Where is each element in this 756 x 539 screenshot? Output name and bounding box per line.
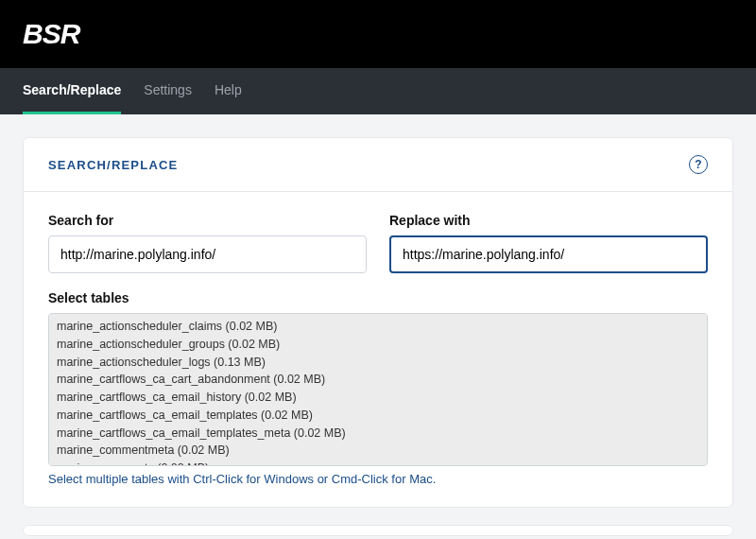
replace-label: Replace with [389,213,708,228]
logo: BSR [23,18,79,50]
search-replace-card: SEARCH/REPLACE ? Search for Replace with… [23,137,733,508]
navbar: Search/Replace Settings Help [0,68,756,114]
page-content: SEARCH/REPLACE ? Search for Replace with… [0,114,756,536]
table-option[interactable]: marine_cartflows_ca_email_templates_meta… [57,425,699,443]
tab-search-replace[interactable]: Search/Replace [23,68,121,114]
search-label: Search for [48,213,367,228]
select-tables-label: Select tables [48,290,708,305]
card-title: SEARCH/REPLACE [48,158,178,172]
table-option[interactable]: marine_comments (0.02 MB) [57,460,699,466]
tables-hint: Select multiple tables with Ctrl-Click f… [48,472,708,486]
table-option[interactable]: marine_commentmeta (0.02 MB) [57,442,699,460]
input-row: Search for Replace with [48,213,708,273]
table-option[interactable]: marine_cartflows_ca_email_templates (0.0… [57,407,699,425]
table-option[interactable]: marine_cartflows_ca_email_history (0.02 … [57,389,699,407]
replace-input[interactable] [389,235,708,273]
tables-select[interactable]: marine_actionscheduler_claims (0.02 MB)m… [48,313,708,466]
tab-settings[interactable]: Settings [144,68,192,114]
table-option[interactable]: marine_actionscheduler_logs (0.13 MB) [57,354,699,372]
replace-field-group: Replace with [389,213,708,273]
help-icon[interactable]: ? [689,155,708,174]
table-option[interactable]: marine_cartflows_ca_cart_abandonment (0.… [57,371,699,389]
card-header: SEARCH/REPLACE ? [24,138,732,192]
table-option[interactable]: marine_actionscheduler_claims (0.02 MB) [57,318,699,336]
next-card-peek [23,525,733,536]
card-body: Search for Replace with Select tables ma… [24,192,732,507]
search-field-group: Search for [48,213,367,273]
tab-help[interactable]: Help [215,68,242,114]
table-option[interactable]: marine_actionscheduler_groups (0.02 MB) [57,336,699,354]
app-header: BSR [0,0,756,68]
search-input[interactable] [48,235,367,273]
